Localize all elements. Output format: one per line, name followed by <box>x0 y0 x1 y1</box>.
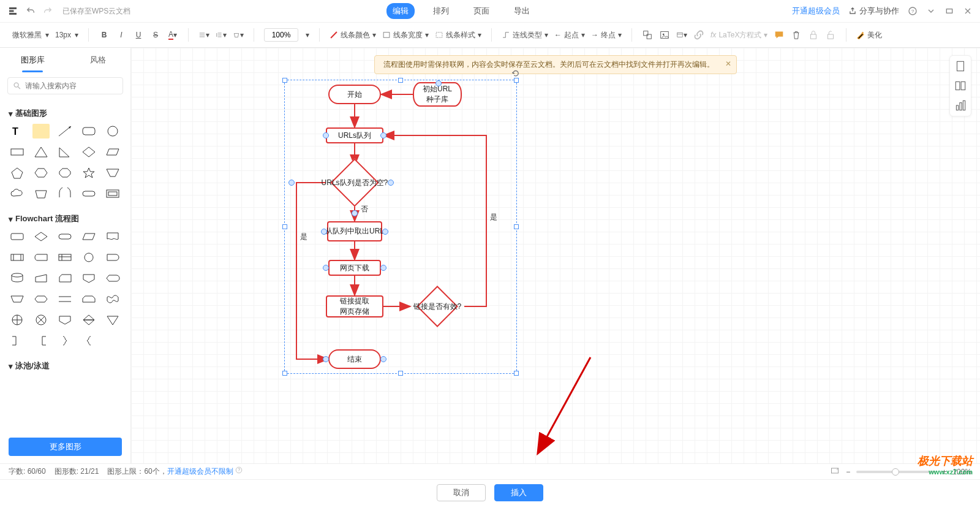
share-button[interactable]: 分享与协作 <box>848 6 899 17</box>
vip-link[interactable]: 开通超级会员 <box>792 6 840 17</box>
conn-dot[interactable] <box>380 356 386 362</box>
fc-annot-right[interactable] <box>9 333 26 348</box>
fc-merge[interactable] <box>104 313 121 327</box>
fc-stored[interactable] <box>32 250 50 265</box>
fc-display[interactable] <box>104 271 121 286</box>
fc-data[interactable] <box>80 229 97 244</box>
start-point-select[interactable]: ←起点▾ <box>554 30 585 40</box>
group-icon[interactable] <box>642 29 653 40</box>
zoom-input[interactable] <box>264 28 298 42</box>
tab-arrange[interactable]: 排列 <box>427 3 455 19</box>
section-flowchart[interactable]: ▾ Flowchart 流程图 <box>9 213 122 224</box>
panel-page-icon[interactable] <box>954 59 967 73</box>
cancel-button[interactable]: 取消 <box>437 484 486 501</box>
banner-close-icon[interactable]: ✕ <box>725 59 731 68</box>
fc-internal[interactable] <box>56 250 74 265</box>
sidebar-tab-shapes[interactable]: 图形库 <box>0 48 66 72</box>
fc-collate[interactable] <box>56 313 74 327</box>
search-input[interactable] <box>25 82 118 90</box>
sidebar-tab-style[interactable]: 风格 <box>66 48 131 72</box>
line-color-select[interactable]: 线条颜色▾ <box>330 30 376 40</box>
shape-cloud[interactable] <box>9 186 26 201</box>
shape-star[interactable] <box>80 165 97 180</box>
line-width-select[interactable]: 线条宽度▾ <box>382 30 429 40</box>
tab-page[interactable]: 页面 <box>467 3 496 19</box>
fc-manual-input[interactable] <box>32 271 50 286</box>
fc-connector[interactable] <box>80 250 97 265</box>
underline-icon[interactable]: U <box>133 29 144 40</box>
shape-bucket[interactable] <box>32 186 50 201</box>
search-box[interactable] <box>7 77 123 94</box>
fc-document[interactable] <box>104 229 121 244</box>
conn-dot[interactable] <box>323 132 329 139</box>
shape-note[interactable] <box>32 124 50 139</box>
fc-tape[interactable] <box>104 292 121 306</box>
conn-dot[interactable] <box>382 229 388 235</box>
tab-export[interactable]: 导出 <box>508 3 536 19</box>
conn-dot[interactable] <box>288 180 295 186</box>
shape-text[interactable]: T <box>9 124 26 139</box>
fc-brace-left[interactable] <box>80 333 97 348</box>
fc-manual-op[interactable] <box>9 292 26 306</box>
fc-card[interactable] <box>56 271 74 286</box>
shape-circle[interactable] <box>104 124 121 139</box>
shape-trapezoid-down[interactable] <box>104 165 121 180</box>
fc-parallel[interactable] <box>56 292 74 306</box>
more-shapes-button[interactable]: 更多图形 <box>9 438 122 456</box>
fc-preparation[interactable] <box>32 292 50 306</box>
clear-format-icon[interactable]: ▾ <box>233 29 244 40</box>
selection-box[interactable] <box>284 80 517 374</box>
conn-dot[interactable] <box>321 229 327 235</box>
line-style-select[interactable]: 线条样式▾ <box>435 30 481 40</box>
node-pop[interactable]: 从队列中取出URL <box>327 221 382 241</box>
rotate-handle-icon[interactable] <box>511 69 520 80</box>
shape-parallelogram[interactable] <box>104 145 121 159</box>
section-pool[interactable]: ▾ 泳池/泳道 <box>9 360 122 371</box>
panel-layout-icon[interactable] <box>954 79 967 93</box>
latex-button[interactable]: fx LaTeX方程式▾ <box>710 30 767 40</box>
node-download[interactable]: 网页下载 <box>328 260 381 276</box>
fc-or[interactable] <box>32 313 50 327</box>
font-color-icon[interactable]: A▾ <box>167 29 178 40</box>
fc-offpage[interactable] <box>80 271 97 286</box>
conn-dot[interactable] <box>435 80 442 86</box>
font-family-select[interactable]: 微软雅黑▾ <box>12 30 49 40</box>
bold-icon[interactable]: B <box>99 29 110 40</box>
conn-dot[interactable] <box>380 132 386 139</box>
chevron-down-icon[interactable] <box>926 6 936 16</box>
maximize-icon[interactable] <box>944 6 954 16</box>
fc-database[interactable] <box>9 271 26 286</box>
shape-rounded-rect[interactable] <box>80 124 97 139</box>
panel-chart-icon[interactable] <box>954 99 967 112</box>
node-queue[interactable]: URLs队列 <box>326 127 383 143</box>
canvas[interactable]: 流程图使用时需保持联网，内容会实时保存至云文档。关闭后可在云文档中找到文件并打开… <box>131 48 980 463</box>
comment-icon[interactable] <box>774 29 785 40</box>
conn-dot[interactable] <box>380 265 386 271</box>
line-height-icon[interactable]: ▾ <box>216 29 227 40</box>
redo-icon[interactable] <box>43 6 53 16</box>
node-extract[interactable]: 链接提取 网页存储 <box>326 295 383 317</box>
vip-unlimit-link[interactable]: 开通超级会员不限制 <box>167 467 233 476</box>
insert-button[interactable]: 插入 <box>494 484 543 501</box>
fc-loop-limit[interactable] <box>80 292 97 306</box>
conn-dot[interactable] <box>352 210 358 216</box>
fc-predefined[interactable] <box>9 250 26 265</box>
conn-dot[interactable] <box>388 180 394 186</box>
conn-dot[interactable] <box>323 356 329 362</box>
shape-diamond[interactable] <box>80 145 97 159</box>
fc-brace-right[interactable] <box>56 333 74 348</box>
fc-sort[interactable] <box>80 313 97 327</box>
shape-frame[interactable] <box>104 186 121 201</box>
shape-pill[interactable] <box>80 186 97 201</box>
fc-decision[interactable] <box>32 229 50 244</box>
fc-terminator[interactable] <box>56 229 74 244</box>
strikethrough-icon[interactable]: S <box>150 29 161 40</box>
font-size-select[interactable]: 13px▾ <box>55 31 78 39</box>
conn-dot[interactable] <box>323 265 329 271</box>
lock-icon[interactable] <box>808 29 819 40</box>
minimap-icon[interactable] <box>830 466 840 477</box>
connector-type-select[interactable]: 连线类型▾ <box>502 30 548 40</box>
beautify-button[interactable]: 美化 <box>856 30 882 40</box>
fc-process[interactable] <box>9 229 26 244</box>
end-point-select[interactable]: →终点▾ <box>591 30 622 40</box>
